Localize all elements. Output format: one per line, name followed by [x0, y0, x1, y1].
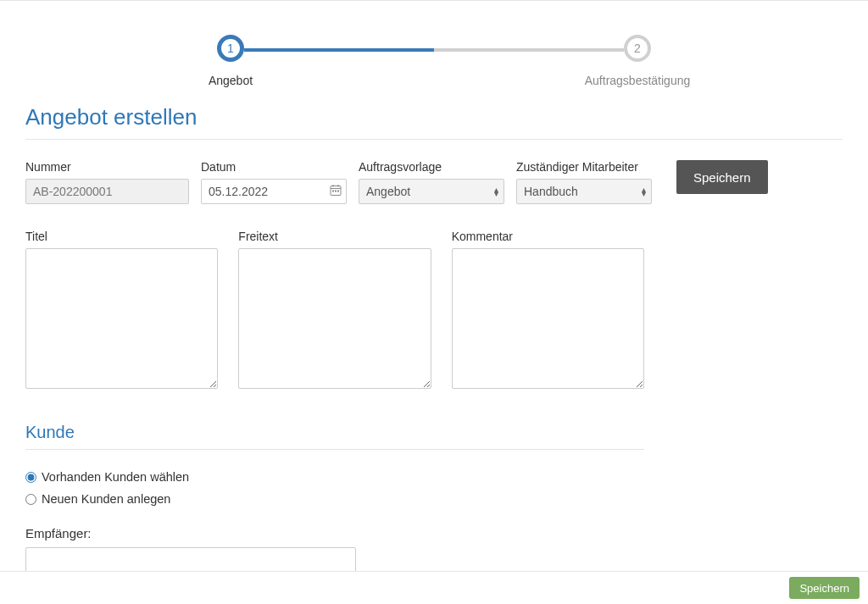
- stepper: 1 Angebot 2 Auftragsbestätigung: [0, 1, 868, 96]
- step-1-label: Angebot: [209, 74, 253, 87]
- recipient-input[interactable]: [25, 547, 356, 573]
- radio-new-customer[interactable]: Neuen Kunden anlegen: [25, 492, 644, 506]
- kunde-radio-group: Vorhanden Kunden wählen Neuen Kunden anl…: [25, 470, 644, 506]
- mitarbeiter-select[interactable]: Handbuch ▴▾: [516, 179, 652, 204]
- updown-icon: ▴▾: [494, 187, 498, 196]
- freitext-label: Freitext: [238, 230, 431, 243]
- radio-new-input[interactable]: [25, 494, 36, 505]
- step-1[interactable]: 1 Angebot: [180, 35, 281, 87]
- freitext-textarea[interactable]: [238, 248, 431, 389]
- mitarbeiter-value: Handbuch: [524, 185, 578, 198]
- step-2-label: Auftragsbestätigung: [585, 74, 691, 87]
- datum-input[interactable]: [201, 179, 347, 204]
- kunde-title: Kunde: [25, 423, 644, 450]
- vorlage-select[interactable]: Angebot ▴▾: [359, 179, 504, 204]
- titel-textarea[interactable]: [25, 248, 218, 389]
- step-1-circle: 1: [217, 35, 244, 62]
- radio-existing-customer[interactable]: Vorhanden Kunden wählen: [25, 470, 644, 484]
- kommentar-textarea[interactable]: [452, 248, 644, 389]
- recipient-label: Empfänger:: [25, 526, 644, 540]
- radio-existing-input[interactable]: [25, 472, 36, 483]
- save-button-bottom[interactable]: Speichern: [789, 577, 860, 599]
- save-button-top[interactable]: Speichern: [676, 160, 768, 194]
- nummer-label: Nummer: [25, 160, 189, 174]
- vorlage-label: Auftragsvorlage: [359, 160, 504, 174]
- datum-label: Datum: [201, 160, 347, 174]
- bottom-bar: Speichern: [0, 571, 868, 604]
- page-title: Angebot erstellen: [25, 104, 843, 140]
- vorlage-value: Angebot: [366, 185, 410, 198]
- updown-icon: ▴▾: [642, 187, 646, 196]
- nummer-input: [25, 179, 189, 204]
- step-2-circle: 2: [624, 35, 651, 62]
- step-2[interactable]: 2 Auftragsbestätigung: [587, 35, 688, 87]
- radio-new-label: Neuen Kunden anlegen: [42, 492, 170, 506]
- kommentar-label: Kommentar: [452, 230, 644, 243]
- titel-label: Titel: [25, 230, 218, 243]
- mitarbeiter-label: Zuständiger Mitarbeiter: [516, 160, 652, 174]
- step-line: [244, 48, 624, 52]
- radio-existing-label: Vorhanden Kunden wählen: [42, 470, 189, 484]
